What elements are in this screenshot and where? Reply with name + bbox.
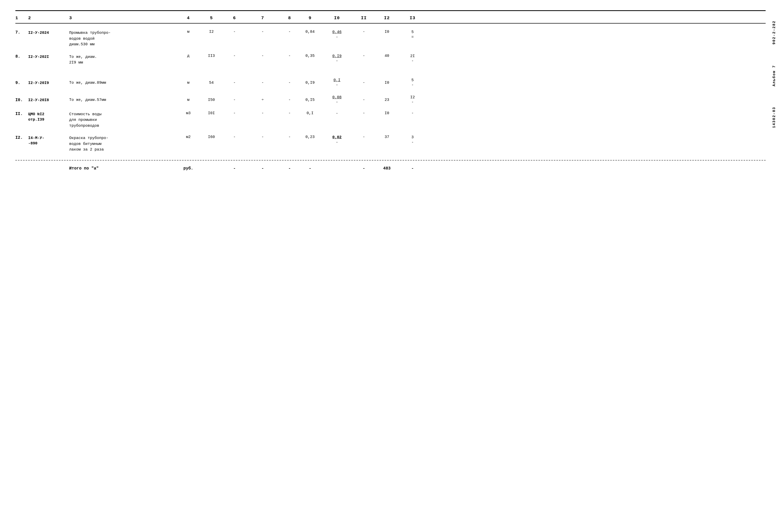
total-col6: - [223,166,246,171]
total-col12: 483 [374,166,400,171]
cell-7: - [246,135,279,139]
cell-9: 0,I5 [300,98,320,102]
total-col8: - [279,166,300,171]
sidebar-text-3: 14302-03 [772,107,776,128]
header-col-1: 1 [15,15,28,20]
total-col13: - [400,166,425,171]
header-col-12: I2 [374,15,400,20]
cell-6: - [223,98,246,102]
cell-9: 0,I9 [300,81,320,85]
header-col-2: 2 [28,15,69,20]
cell-9: 0,23 [300,135,320,139]
cell-11: - [354,111,374,116]
row-number: II. [15,111,28,116]
total-row: Итого по "а" руб. - - - - - 483 - [15,163,766,173]
cell-unit: м [177,30,200,34]
cell-6: - [223,30,246,34]
cell-7: ÷ [246,98,279,102]
cell-10: 0,I - [320,78,354,88]
cell-11: - [354,54,374,58]
sidebar-text-1: 902-2-282 [772,20,776,45]
cell-qty: I50 [200,98,223,102]
row-code: I2-У-202I [28,54,69,60]
header-col-10: I0 [320,15,354,20]
table-row: I0. I2-У-20I8 То же, диам.57мм м I50 - ÷… [15,90,766,107]
header-col-3: 3 [69,15,177,20]
cell-7: - [246,54,279,58]
cell-unit: м [177,81,200,85]
cell-qty: 54 [200,81,223,85]
cell-9: 0,I [300,111,320,116]
cell-6: - [223,111,246,116]
cell-7: - [246,30,279,34]
cell-8: - [279,98,300,102]
cell-11: - [354,98,374,102]
cell-unit: м3 [177,111,200,116]
table-row: II. ЦМО №I2 отр.I39 Стоимость воды для п… [15,107,766,132]
cell-qty: I60 [200,135,223,139]
cell-12: I0 [374,81,400,85]
row-description: Окраска трубопро- водов битумным лаком з… [69,135,177,153]
cell-10: 0,46 - [320,30,354,40]
row-description: То же, диам.89мм [69,80,177,86]
cell-unit: м [177,98,200,102]
total-label: Итого по "а" [69,166,177,171]
table-row: 9. I2-У-20I9 То же, диам.89мм м 54 - - -… [15,73,766,90]
cell-qty: I2 [200,30,223,34]
row-code: I2-У-2024 [28,30,69,36]
cell-9: 0,84 [300,30,320,34]
cell-12: I0 [374,111,400,116]
table-row: 7. I2-У-2024 Промывка трубопро- водов во… [15,26,766,50]
right-sidebar: 902-2-282 Альбом 7 14302-03 [767,0,781,532]
table-row: 8. I2-У-202I То же, диам. 2I9 мм д II3 -… [15,50,766,73]
row-code: ЦМО №I2 отр.I39 [28,111,69,122]
header-col-8: 8 [279,15,300,20]
cell-12: 23 [374,98,400,102]
data-table: 7. I2-У-2024 Промывка трубопро- водов во… [15,26,766,173]
row-number: I2. [15,135,28,140]
cell-6: - [223,135,246,139]
cell-8: - [279,135,300,139]
row-number: 8. [15,54,28,59]
total-col7: - [246,166,279,171]
header-col-5: 5 [200,15,223,20]
cell-6: - [223,81,246,85]
cell-13: 2I - [400,54,425,64]
top-border [15,10,766,11]
header-col-7: 7 [246,15,279,20]
row-number: 9. [15,80,28,85]
row-code: I2-У-20I9 [28,80,69,86]
header-col-11: II [354,15,374,20]
cell-13: 5 = [400,30,425,40]
row-description: Промывка трубопро- водов водой диам.530 … [69,30,177,48]
sidebar-text-2: Альбом 7 [772,65,776,86]
cell-10: - [320,111,354,116]
cell-8: - [279,30,300,34]
cell-8: - [279,111,300,116]
total-unit: руб. [177,166,200,171]
cell-10: 0,I9 - [320,54,354,64]
header-col-4: 4 [177,15,200,20]
cell-qty: II3 [200,54,223,58]
row-code: I2-У-20I8 [28,97,69,103]
cell-unit: д [177,54,200,58]
cell-unit: м2 [177,135,200,139]
header-col-9: 9 [300,15,320,20]
table-row: I2. I4-М-У- -890 Окраска трубопро- водов… [15,131,766,156]
row-code: I4-М-У- -890 [28,135,69,146]
separator [15,160,766,161]
cell-12: 40 [374,54,400,58]
total-col11: - [354,166,374,171]
cell-11: - [354,135,374,139]
cell-12: 37 [374,135,400,139]
cell-13: I2 - [400,95,425,105]
row-description: То же, диам. 2I9 мм [69,54,177,66]
cell-10: 0,08 - [320,95,354,105]
cell-13: 3 - [400,135,425,145]
cell-13: 5 - [400,78,425,88]
cell-8: - [279,81,300,85]
cell-8: - [279,54,300,58]
row-number: I0. [15,97,28,102]
cell-10: 0,02 - [320,135,354,145]
row-number: 7. [15,30,28,35]
